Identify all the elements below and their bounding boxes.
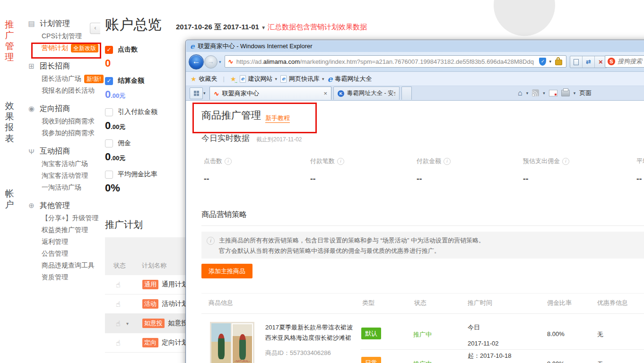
vnav-item-effect-reports[interactable]: 效果报表 (4, 100, 15, 144)
vnav-item-account[interactable]: 帐户 (4, 188, 15, 210)
tab-union-merchant-center[interactable]: ∿ 联盟商家中心 × (209, 86, 331, 100)
product-title-line1[interactable]: 2017夏季最新长款吊带连衣裙波 (265, 323, 353, 332)
section-title: 其他管理 (40, 201, 70, 211)
ie-favorites-bar: ★ 收藏夹 | ★ e 建议网站 ▾ e 网页快讯库 ▾ e 毒霸网址大全 (186, 72, 644, 86)
background-swoosh-decoration (494, 0, 555, 36)
duba-favorite-button[interactable]: e 毒霸网址大全 (328, 74, 372, 84)
sidebar-item-violation-query-tool[interactable]: 商品违规查询工具 (42, 259, 101, 271)
sidebar-item-qualification-management[interactable]: 资质管理 (42, 271, 101, 283)
new-tab-stub[interactable] (401, 86, 412, 100)
sidebar-item-announcement-management[interactable]: 公告管理 (42, 248, 101, 259)
product-title-line2[interactable]: 西米亚风格海边度假长裙沙滩裙 (265, 334, 351, 342)
image-caption: ~NATURAL~ (233, 360, 252, 363)
security-shield-icon[interactable]: ✓ (539, 58, 546, 66)
marketing-strategy-title: 商品营销策略 (201, 210, 247, 220)
rss-feed-icon[interactable] (532, 89, 539, 96)
plan-type-badge: 定向 (142, 338, 158, 347)
compatibility-view-button[interactable] (570, 56, 583, 68)
chevron-down-icon[interactable]: ▾ (126, 321, 133, 326)
home-icon[interactable]: ⌂ (518, 89, 522, 97)
sidebar-item-my-leader-activities[interactable]: 我报名的团长活动 (42, 85, 101, 96)
checkbox-unchecked-icon[interactable] (105, 108, 113, 116)
sidebar-item-leader-activity-plaza[interactable]: 团长活动广场 新!新! (42, 73, 101, 85)
checkbox-checked-icon[interactable]: ✓ (105, 46, 113, 54)
forward-button[interactable]: → (204, 55, 218, 69)
checkbox-checked-icon[interactable]: ✓ (105, 77, 113, 85)
alimama-favicon: ∿ (214, 90, 219, 97)
info-icon[interactable]: i (337, 158, 344, 165)
add-main-product-button[interactable]: 添加主推商品 (201, 264, 252, 278)
pin-icon: ◉ (27, 104, 35, 113)
thumb-up-icon[interactable]: ☝ (116, 319, 126, 328)
stat-settlement-checkbox-row[interactable]: ✓ 结算金额 (105, 76, 188, 86)
sidebar-item-targeted-recruit[interactable]: ◉ 定向招商 (27, 102, 101, 115)
sidebar-item-taobaoke-management[interactable]: 淘宝客活动管理 (42, 170, 101, 182)
sidebar-item-rebate-management[interactable]: 返利管理 (42, 236, 101, 248)
chevron-down-icon[interactable]: ▾ (574, 91, 576, 95)
chevron-down-icon[interactable]: ▾ (543, 91, 545, 95)
search-placeholder: 搜狗搜索 (618, 57, 642, 66)
column-plan-name: 计划名称 (142, 261, 166, 270)
sidebar-item-rights-promo-management[interactable]: 权益类推广管理 (42, 224, 101, 236)
stat-clicks-checkbox-row[interactable]: ✓ 点击数 (105, 44, 188, 55)
stat-avg-commission-rate: 平均佣金比率 0% (105, 169, 188, 194)
strategy-type-badge-daily: 日常 (361, 357, 381, 363)
plans-section-title: 推广计划 (105, 218, 143, 231)
sidebar-item-interactive-recruit[interactable]: Ψ 互动招商 (27, 145, 101, 158)
vnav-item-promotion-management[interactable]: 推广管理 (4, 19, 15, 62)
sidebar-item-taobaoke-plaza[interactable]: 淘宝客活动广场 (42, 158, 101, 170)
close-tab-icon[interactable]: × (323, 90, 327, 97)
ie-title-bar[interactable]: e 联盟商家中心 - Windows Internet Explorer (186, 40, 644, 52)
page-menu-button[interactable]: 页面 (579, 89, 592, 97)
search-box[interactable]: S 搜狗搜索 (605, 55, 644, 68)
divider (201, 293, 644, 294)
add-favorite-icon[interactable]: ★ (230, 75, 236, 83)
grid-icon: ⊞ (27, 62, 35, 70)
info-icon[interactable]: i (225, 158, 232, 165)
favorites-button[interactable]: ★ 收藏夹 (191, 75, 218, 83)
info-icon[interactable]: i (562, 158, 569, 165)
product-image[interactable]: ~NATURAL~ (210, 322, 254, 363)
mail-icon[interactable] (549, 90, 557, 96)
sidebar-section-targeted-recruit: ◉ 定向招商 我收到的招商需求 我参加的招商需求 (27, 102, 101, 139)
stat-commission-checkbox-row[interactable]: 佣金 (105, 138, 188, 148)
sidebar-item-marketing-plan[interactable]: 营销计划 全新改版 (42, 42, 101, 54)
sidebar-collapse-button[interactable]: ‹ (90, 23, 100, 34)
tab-list-dropdown-icon[interactable]: ▾ (203, 91, 206, 95)
thumb-up-icon[interactable]: ☝ (116, 280, 126, 289)
web-slices-button[interactable]: e 网页快讯库 ▾ (280, 75, 324, 83)
stat-commission: 佣金 0.00元 (105, 138, 188, 163)
back-button[interactable]: ← (189, 54, 204, 69)
thumb-up-icon[interactable]: ☝ (116, 338, 126, 347)
chevron-down-icon[interactable]: ▾ (526, 91, 529, 95)
tab-duba-site[interactable]: K 毒霸网址大全 - 安全实用... (333, 86, 400, 100)
sidebar-section-other-management: ⊕ 其他管理 【分享+】升级管理 权益类推广管理 返利管理 公告管理 商品违规查… (27, 199, 101, 283)
address-dropdown-icon[interactable]: ▾ (549, 59, 551, 64)
checkbox-unchecked-icon[interactable] (105, 139, 113, 147)
divider (201, 313, 644, 314)
quick-tabs-button[interactable] (190, 87, 203, 99)
address-bar[interactable]: ∿ https://ad.alimama.com/marketing/index… (225, 55, 566, 68)
sidebar-item-share-plus-upgrade[interactable]: 【分享+】升级管理 (42, 212, 101, 224)
checkbox-unchecked-icon[interactable] (105, 171, 113, 179)
plan-name[interactable]: 定向计划 (162, 338, 188, 347)
thumb-up-icon[interactable]: ☝ (116, 300, 126, 309)
url-text[interactable]: https://ad.alimama.com/marketing/index.h… (236, 58, 537, 65)
sidebar-item-leader-recruit[interactable]: ⊞ 团长招商 (27, 60, 101, 73)
sidebar-item-other-management[interactable]: ⊕ 其他管理 (27, 199, 101, 212)
ssl-lock-icon[interactable] (555, 60, 562, 65)
suggested-sites-button[interactable]: e 建议网站 ▾ (240, 75, 278, 83)
stat-intro-payment-checkbox-row[interactable]: 引入付款金额 (105, 107, 188, 117)
plan-name[interactable]: 通用计划 (162, 280, 188, 289)
plan-name[interactable]: 活动计划 (162, 300, 188, 308)
sidebar-item-joined-demands[interactable]: 我参加的招商需求 (42, 127, 101, 139)
print-icon[interactable] (561, 90, 570, 96)
tutorial-link[interactable]: 新手教程 (265, 114, 290, 123)
refresh-button[interactable]: ⇄ (583, 56, 595, 68)
sidebar-item-etao-plaza[interactable]: 一淘活动广场 (42, 182, 101, 193)
info-icon[interactable]: i (444, 158, 451, 165)
sidebar-item-received-demands[interactable]: 我收到的招商需求 (42, 115, 101, 127)
date-range-selector[interactable]: 2017-10-26 至 2017-11-01 ▼ (176, 23, 266, 32)
stat-avg-rate-checkbox-row[interactable]: 平均佣金比率 (105, 169, 188, 180)
history-dropdown-icon[interactable]: ▾ (219, 60, 221, 64)
